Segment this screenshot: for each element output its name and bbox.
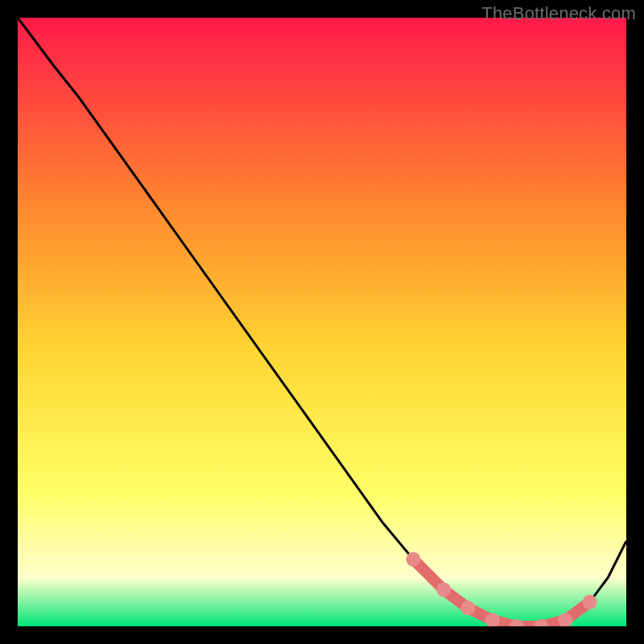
highlight-dot <box>436 583 451 597</box>
chart-stage: { "watermark": "TheBottleneck.com", "col… <box>0 0 644 644</box>
watermark-text: TheBottleneck.com <box>481 3 636 24</box>
highlight-dot <box>406 552 420 567</box>
highlight-dot <box>583 595 597 609</box>
plot-area <box>18 18 626 626</box>
highlight-dot <box>460 601 475 615</box>
gradient-background <box>18 18 626 626</box>
bottleneck-chart-svg <box>18 18 626 626</box>
